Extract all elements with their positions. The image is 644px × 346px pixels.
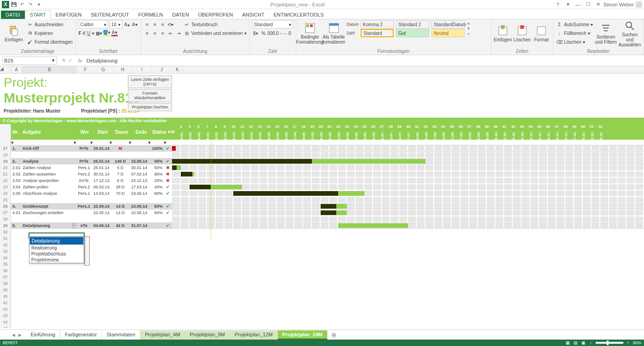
redo-icon[interactable]: ↷	[27, 1, 34, 8]
view-pagebreak-icon[interactable]: ▣	[581, 340, 586, 345]
style-komma2[interactable]: Komma 2	[361, 20, 394, 28]
style-standard[interactable]: Standard	[361, 29, 394, 37]
tab-pagelayout[interactable]: SEITENLAYOUT	[86, 11, 133, 19]
percent-icon[interactable]: %	[260, 30, 267, 36]
sheet-nav[interactable]: ◄ ►	[11, 332, 26, 338]
tab-review[interactable]: ÜBERPRÜFEN	[194, 11, 238, 19]
close-button[interactable]: ✕	[593, 1, 604, 7]
undo-icon[interactable]: ↶	[18, 1, 26, 8]
task-row[interactable]: 23 3.04 Zahlen prüfen Pers.2 06.02.14 28…	[0, 184, 644, 190]
view-normal-icon[interactable]: ▦	[566, 340, 570, 345]
wrap-text-button[interactable]: ↵Textumbruch	[184, 20, 247, 28]
align-middle-icon[interactable]: ≡	[152, 21, 158, 28]
dropdown-item[interactable]: Projektreview	[29, 257, 84, 263]
sheet-tab[interactable]: Stammdaten	[102, 330, 140, 340]
delete-plan-button[interactable]: Projektplan löschen	[128, 103, 172, 111]
format-cells-button[interactable]: Format	[533, 20, 550, 47]
task-row[interactable]: 17 1. Kick-Off PrTe 25.01.14 M 100% ✔	[0, 145, 644, 152]
fx-icon[interactable]: fx	[75, 58, 85, 63]
task-row[interactable]: 22 3.03 Analyse querprüfen KeTe 17.12.13…	[0, 177, 644, 184]
find-select-button[interactable]: Suchen und Auswählen	[619, 20, 641, 47]
th-start[interactable]: Start	[93, 130, 112, 135]
sheet-tab[interactable]: Projektplan_12M	[230, 330, 278, 340]
tab-start[interactable]: START	[25, 10, 51, 19]
column-headers[interactable]: ◢ A B F G H I J K	[0, 66, 644, 74]
col-B[interactable]: B	[22, 66, 77, 73]
th-nr[interactable]: Nr.	[11, 130, 21, 135]
col-F[interactable]: F	[77, 66, 94, 73]
task-row[interactable]: 28	[0, 216, 644, 222]
style-gallery-up-icon[interactable]: ▴	[467, 20, 470, 25]
sheet-tab[interactable]: Projektplan_24M	[278, 330, 328, 340]
sheet-tab[interactable]: Farbgenerator	[60, 330, 102, 340]
th-ende[interactable]: Ende	[132, 130, 151, 135]
task-row[interactable]: 25	[0, 197, 644, 203]
fill-button[interactable]: ↓Füllbereich▾	[556, 29, 593, 37]
dropdown-scrollbar[interactable]	[84, 236, 90, 266]
user-name[interactable]: Simon Weber	[604, 1, 644, 8]
restore-formulas-button[interactable]: Formeln Wiederherstellen	[128, 89, 172, 102]
th-status[interactable]: Status	[151, 130, 167, 135]
style-standard2[interactable]: Standard 2	[396, 20, 429, 28]
worksheet[interactable]: ◢ A B F G H I J K Projekt: Musterprojekt…	[0, 66, 644, 328]
style-gut[interactable]: Gut	[396, 29, 429, 37]
thousands-icon[interactable]: 000	[268, 30, 275, 36]
clear-button[interactable]: ⌫Löschen▾	[556, 38, 593, 46]
merge-center-button[interactable]: ⊞Verbinden und zentrieren▾	[184, 29, 247, 37]
orientation-icon[interactable]: ⟲▾	[167, 21, 174, 28]
maximize-button[interactable]: ☐	[583, 1, 593, 7]
col-A[interactable]: A	[11, 66, 22, 73]
style-gallery-more-icon[interactable]: ▿	[467, 31, 470, 36]
align-center-icon[interactable]: ≡	[152, 30, 158, 36]
task-row[interactable]: 24 3.05 Abschluss Analyse Pers.1 14.03.1…	[0, 190, 644, 197]
zoom-in-icon[interactable]: +	[627, 340, 629, 345]
validation-dropdown[interactable]: DetailplanungRealisierungProjektabschlus…	[29, 236, 84, 263]
sheet-tab[interactable]: Einführung	[26, 330, 60, 340]
th-dauer[interactable]: Dauer	[112, 130, 132, 135]
task-row[interactable]: 27 4.01 Zeichnungen erstellen 22.05.14 1…	[0, 210, 644, 216]
filter-status[interactable]: ▾	[164, 140, 167, 145]
accept-formula-icon[interactable]: ✓	[69, 57, 73, 63]
task-rows[interactable]: 17 1. Kick-Off PrTe 25.01.14 M 100% ✔ 18…	[0, 145, 644, 229]
conditional-format-button[interactable]: Bedingte Formatierung	[299, 20, 321, 47]
th-task[interactable]: Aufgabe	[21, 130, 76, 135]
task-row[interactable]: 29 5. Detailplanung ▾ eTe 04.06.14 42 D …	[0, 222, 644, 229]
col-K[interactable]: K	[172, 66, 183, 73]
sort-filter-button[interactable]: Sortieren und Filtern	[595, 20, 617, 47]
add-sheet-button[interactable]: ⊕	[328, 331, 340, 339]
style-neutral[interactable]: Neutral	[431, 29, 465, 37]
zoom-out-icon[interactable]: −	[589, 340, 592, 345]
decrease-font-icon[interactable]: A▾	[132, 21, 138, 28]
filter-nr[interactable]: ▾	[11, 140, 21, 146]
sheet-tab[interactable]: Projektplan_4M	[140, 330, 185, 340]
col-I[interactable]: I	[132, 66, 152, 73]
align-top-icon[interactable]: ≡	[144, 21, 150, 28]
tab-file[interactable]: DATEI	[1, 11, 25, 19]
cut-button[interactable]: ✂Ausschneiden	[27, 20, 73, 28]
align-bottom-icon[interactable]: ≡	[160, 21, 166, 28]
zoom-level[interactable]: 80%	[633, 340, 641, 345]
italic-button[interactable]: K	[83, 31, 86, 36]
autosum-button[interactable]: ΣAutoSumme▾	[556, 20, 593, 28]
tab-data[interactable]: DATEN	[167, 11, 193, 19]
style-standarddatum[interactable]: StandardDatum	[431, 20, 465, 28]
paste-button[interactable]: Einfügen	[3, 20, 25, 47]
formula-input[interactable]: Detailplanung	[85, 58, 644, 63]
dropdown-item[interactable]: Detailplanung	[29, 237, 84, 245]
col-J[interactable]: J	[152, 66, 172, 73]
tab-view[interactable]: ANSICHT	[237, 11, 269, 19]
dropdown-item[interactable]: Projektabschluss	[29, 251, 84, 257]
indent-inc-icon[interactable]: ⇥	[175, 30, 182, 36]
number-format-select[interactable]: Standard▾	[253, 20, 293, 28]
task-row[interactable]: 21 2.02 Zahlen auswerten Pers.2 30.01.14…	[0, 171, 644, 177]
indent-dec-icon[interactable]: ⇤	[167, 30, 174, 36]
zoom-slider[interactable]	[596, 342, 623, 344]
tab-insert[interactable]: EINFÜGEN	[51, 11, 86, 19]
delete-cells-button[interactable]: Löschen	[513, 20, 531, 47]
tab-formulas[interactable]: FORMELN	[133, 11, 167, 19]
help-button[interactable]: ?	[553, 2, 563, 7]
copy-button[interactable]: ⧉Kopieren	[27, 29, 73, 37]
minimize-button[interactable]: —	[573, 2, 583, 7]
dropdown-item[interactable]: Realisierung	[29, 245, 84, 251]
tab-developer[interactable]: ENTWICKLERTOOLS	[269, 11, 328, 19]
